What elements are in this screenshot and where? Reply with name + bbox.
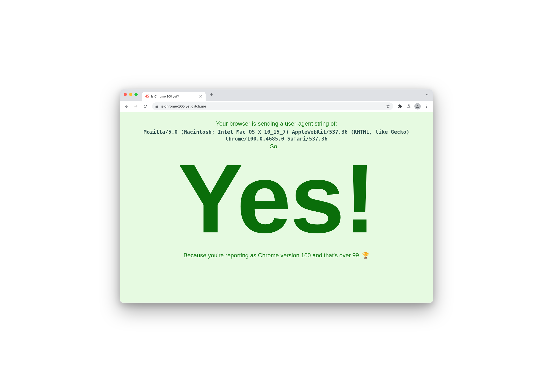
titlebar: 💯 Is Chrome 100 yet? xyxy=(120,89,433,101)
window-controls xyxy=(124,93,138,96)
browser-window: 💯 Is Chrome 100 yet? is-chrome-100-yet. xyxy=(120,89,433,303)
avatar-icon xyxy=(414,103,421,109)
back-button[interactable] xyxy=(123,102,131,110)
svg-point-2 xyxy=(426,107,427,108)
close-window-button[interactable] xyxy=(124,93,127,96)
answer-text: Yes! xyxy=(128,152,425,245)
tab-title: Is Chrome 100 yet? xyxy=(151,95,197,98)
toolbar: is-chrome-100-yet.glitch.me xyxy=(120,101,433,112)
because-text: Because you're reporting as Chrome versi… xyxy=(128,252,425,259)
lock-icon xyxy=(155,105,158,108)
url-text: is-chrome-100-yet.glitch.me xyxy=(161,104,384,108)
svg-point-0 xyxy=(426,105,427,105)
profile-button[interactable] xyxy=(414,102,421,110)
address-bar[interactable]: is-chrome-100-yet.glitch.me xyxy=(152,102,393,110)
tab-close-button[interactable] xyxy=(199,95,203,98)
extensions-button[interactable] xyxy=(396,102,404,110)
minimize-window-button[interactable] xyxy=(129,93,132,96)
forward-button[interactable] xyxy=(132,102,140,110)
reload-button[interactable] xyxy=(141,102,149,110)
svg-point-1 xyxy=(426,106,427,107)
tab-favicon-icon: 💯 xyxy=(145,94,149,98)
tabs-dropdown-button[interactable] xyxy=(425,93,429,96)
bookmark-button[interactable] xyxy=(386,104,390,108)
labs-button[interactable] xyxy=(405,102,413,110)
page-content: Your browser is sending a user-agent str… xyxy=(120,112,433,303)
menu-button[interactable] xyxy=(422,102,430,110)
intro-text: Your browser is sending a user-agent str… xyxy=(128,120,425,127)
fullscreen-window-button[interactable] xyxy=(134,93,138,96)
browser-tab[interactable]: 💯 Is Chrome 100 yet? xyxy=(142,92,206,101)
user-agent-string: Mozilla/5.0 (Macintosh; Intel Mac OS X 1… xyxy=(128,129,425,142)
new-tab-button[interactable] xyxy=(208,91,215,98)
extension-area xyxy=(396,102,430,110)
